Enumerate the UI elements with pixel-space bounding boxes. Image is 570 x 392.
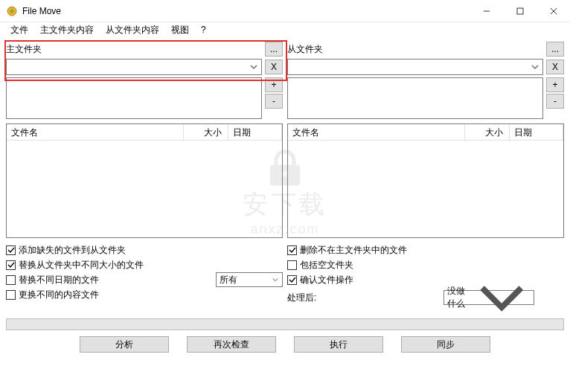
- master-clear-button[interactable]: X: [265, 60, 283, 74]
- slave-remove-button[interactable]: -: [546, 94, 564, 109]
- menu-main-folder-content[interactable]: 主文件夹内容: [36, 24, 98, 36]
- col-date[interactable]: 日期: [510, 124, 563, 140]
- master-file-table[interactable]: 文件名 大小 日期: [6, 123, 283, 238]
- slave-clear-button[interactable]: X: [546, 60, 564, 74]
- slave-folder-list[interactable]: [287, 77, 543, 119]
- chk-delete-not-in-master[interactable]: [287, 245, 297, 255]
- chevron-down-icon: [249, 62, 258, 71]
- col-size[interactable]: 大小: [465, 124, 510, 140]
- col-size[interactable]: 大小: [184, 124, 228, 140]
- menu-file[interactable]: 文件: [6, 24, 33, 36]
- after-combo[interactable]: 没做什么: [443, 290, 534, 305]
- recheck-button[interactable]: 再次检查: [187, 336, 276, 353]
- col-name[interactable]: 文件名: [7, 124, 184, 140]
- slave-folder-label: 从文件夹: [287, 43, 545, 56]
- table-header: 文件名 大小 日期: [288, 124, 563, 141]
- chevron-down-icon: [531, 62, 539, 71]
- col-date[interactable]: 日期: [228, 124, 282, 140]
- chevron-down-icon: [272, 276, 279, 283]
- sync-button[interactable]: 同步: [401, 336, 490, 353]
- action-buttons: 分析 再次检查 执行 同步: [6, 336, 564, 353]
- minimize-button[interactable]: [470, 0, 503, 22]
- lbl-replace-diff-content: 更换不同的内容文件: [19, 289, 99, 301]
- after-label: 处理后:: [287, 292, 443, 304]
- slave-pane: 从文件夹 ... X + - 文件名 大小 日期: [287, 42, 564, 238]
- menubar: 文件 主文件夹内容 从文件夹内容 视图 ?: [0, 22, 570, 37]
- svg-rect-3: [517, 8, 523, 14]
- right-options: 删除不在主文件夹中的文件 包括空文件夹 确认文件操作 处理后: 没做什么: [287, 242, 564, 305]
- close-button[interactable]: [537, 0, 570, 22]
- lbl-confirm-ops: 确认文件操作: [300, 274, 353, 286]
- maximize-button[interactable]: [503, 0, 537, 22]
- master-folder-combo[interactable]: [6, 59, 262, 75]
- menu-help[interactable]: ?: [196, 25, 211, 35]
- master-pane: 主文件夹 ... X + - 文件名 大小 日期: [6, 42, 283, 238]
- lbl-add-missing: 添加缺失的文件到从文件夹: [19, 244, 126, 257]
- titlebar: File Move: [0, 0, 570, 22]
- master-browse-button[interactable]: ...: [265, 42, 283, 57]
- master-folder-list[interactable]: [6, 77, 262, 119]
- chk-replace-diff-size[interactable]: [6, 260, 16, 270]
- slave-browse-button[interactable]: ...: [546, 42, 564, 57]
- slave-file-table[interactable]: 文件名 大小 日期: [287, 123, 564, 238]
- chk-include-empty[interactable]: [287, 260, 297, 270]
- chk-replace-diff-date[interactable]: [6, 275, 16, 285]
- master-folder-label: 主文件夹: [6, 43, 263, 56]
- svg-point-1: [10, 9, 14, 13]
- execute-button[interactable]: 执行: [294, 336, 383, 353]
- master-remove-button[interactable]: -: [265, 94, 283, 109]
- lbl-include-empty: 包括空文件夹: [300, 259, 353, 271]
- lbl-replace-diff-date: 替换不同日期的文件: [19, 274, 213, 286]
- chk-confirm-ops[interactable]: [287, 275, 297, 285]
- app-icon: [6, 5, 18, 17]
- analyze-button[interactable]: 分析: [80, 336, 169, 353]
- slave-add-button[interactable]: +: [546, 77, 564, 92]
- window-controls: [470, 0, 570, 22]
- menu-slave-folder-content[interactable]: 从文件夹内容: [101, 24, 164, 36]
- chevron-down-icon: [473, 269, 531, 327]
- date-mode-combo[interactable]: 所有: [216, 272, 283, 287]
- window-title: File Move: [22, 6, 470, 16]
- table-header: 文件名 大小 日期: [7, 124, 282, 141]
- chk-replace-diff-content[interactable]: [6, 290, 16, 300]
- menu-view[interactable]: 视图: [167, 24, 193, 36]
- slave-folder-combo[interactable]: [287, 59, 543, 75]
- lbl-delete-not-in-master: 删除不在主文件夹中的文件: [300, 244, 407, 257]
- left-options: 添加缺失的文件到从文件夹 替换从文件夹中不同大小的文件 替换不同日期的文件 所有…: [6, 242, 283, 305]
- chk-add-missing[interactable]: [6, 245, 16, 255]
- col-name[interactable]: 文件名: [288, 124, 465, 140]
- lbl-replace-diff-size: 替换从文件夹中不同大小的文件: [19, 259, 144, 271]
- master-add-button[interactable]: +: [265, 77, 283, 92]
